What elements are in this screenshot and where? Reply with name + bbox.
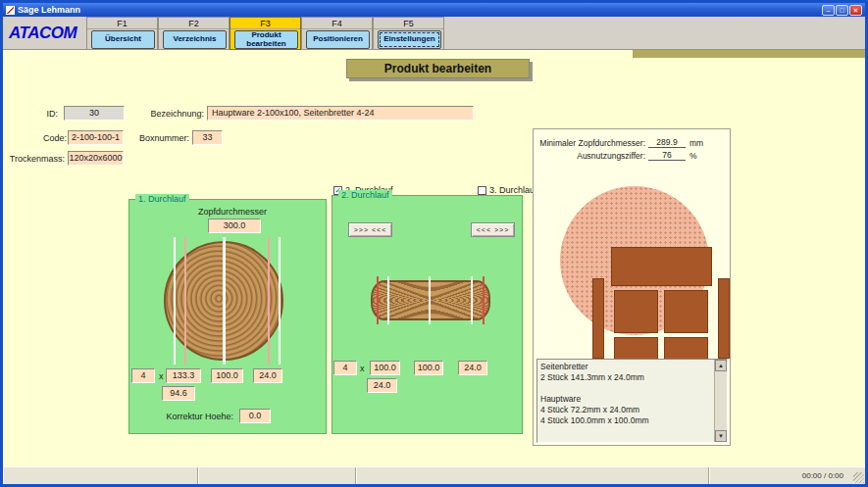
bezeichnung-label: Bezeichnung: [145,109,204,119]
toolbar-cell-f1: F1 Übersicht [86,17,158,50]
pass2-times-label: x [360,364,365,373]
cut-line[interactable] [268,237,270,365]
app-window: Säge Lehmann – □ ✕ ATACOM F1 Übersicht F… [0,0,868,487]
pass1-width3-field[interactable]: 24.0 [253,368,282,383]
ausnutzung-unit: % [689,151,697,161]
korrektur-hoehe-label: Korrektur Hoehe: [149,412,233,421]
checkbox-pass3-box[interactable] [478,186,486,195]
bezeichnung-field[interactable]: Hauptware 2-100x100, Seitenbretter 4-24 [207,106,474,121]
uebersicht-button[interactable]: Übersicht [91,30,155,49]
pass2-width4-field[interactable]: 24.0 [367,378,397,393]
ausnutzung-label: Ausnutzungsziffer: [536,151,645,161]
summary-line: Seitenbretter [540,362,711,372]
cut-pattern-board [611,247,712,286]
status-panel-4: 00:00 / 0:00 [709,467,865,484]
fkey-f1-label: F1 [87,18,157,29]
pass2-count-field[interactable]: 4 [333,361,357,375]
code-field[interactable]: 2-100-100-1 [68,130,124,145]
status-bar: 00:00 / 0:00 [3,466,865,484]
checkbox-pass3[interactable]: 3. Durchlauf [478,185,537,195]
cut-line[interactable] [483,276,485,324]
summary-line: 2 Stück 141.3mm x 24.0mm [540,372,711,383]
code-label: Code: [27,133,67,143]
scrollbar[interactable]: ▲ ▼ [714,360,727,442]
produkt-bearbeiten-button[interactable]: Produkt bearbeiten [234,30,298,49]
pass1-times-label: x [159,371,164,381]
cut-line[interactable] [471,276,473,324]
cut-pattern-beam [664,290,708,333]
shift-left-button[interactable]: >>> <<< [348,222,392,237]
cut-line[interactable] [174,237,176,365]
fkey-f3-label: F3 [230,18,300,29]
korrektur-hoehe-field[interactable]: 0.0 [239,409,271,423]
cut-pattern-side-board [592,278,604,359]
min-zopf-label: Minimaler Zopfdurchmesser: [536,138,645,148]
summary-line: 4 Stück 100.0mm x 100.0mm [540,415,711,426]
verzeichnis-button[interactable]: Verzeichnis [163,30,227,49]
zopfdurchmesser-field[interactable]: 300.0 [208,219,261,233]
cut-pattern-beam [614,290,658,333]
result-panel: Minimaler Zopfdurchmesser: 289.9 mm Ausn… [533,128,731,446]
cut-pattern-side-board [718,278,730,359]
close-icon[interactable]: ✕ [849,5,862,16]
pass1-width1-field[interactable]: 133.3 [166,368,201,383]
toolbar: ATACOM F1 Übersicht F2 Verzeichnis F3 Pr… [3,17,865,50]
pass2-legend: 2. Durchlauf [338,190,392,200]
trockenmass-field[interactable]: 120x20x6000 [68,151,124,166]
yield-summary-text: Seitenbretter 2 Stück 141.3mm x 24.0mm H… [540,362,711,426]
status-panel-2 [198,467,356,484]
min-zopf-value: 289.9 [648,137,686,148]
top-right-strip [633,50,865,58]
app-icon [6,6,15,15]
scroll-up-icon[interactable]: ▲ [715,360,727,371]
pass2-width2-field[interactable]: 100.0 [414,361,443,375]
minimize-icon[interactable]: – [822,5,835,16]
einstellungen-button[interactable]: Einstellungen [378,30,441,49]
id-field[interactable]: 30 [64,106,125,121]
scroll-down-icon[interactable]: ▼ [715,430,727,442]
atacom-logo: ATACOM [9,22,87,45]
maximize-icon[interactable]: □ [836,5,848,16]
zopfdurchmesser-label: Zopfdurchmesser [169,207,296,217]
trockenmass-label: Trockenmass: [6,154,65,164]
window-title: Säge Lehmann [18,3,822,17]
yield-summary-box[interactable]: Seitenbretter 2 Stück 141.3mm x 24.0mm H… [536,359,728,443]
pass1-count-field[interactable]: 4 [131,368,155,383]
toolbar-cell-f2: F2 Verzeichnis [158,17,230,50]
cut-line[interactable] [279,237,281,365]
cut-line[interactable] [223,237,226,365]
cut-line[interactable] [387,276,389,324]
checkbox-pass3-label: 3. Durchlauf [489,185,537,195]
pass2-width3-field[interactable]: 24.0 [458,361,487,375]
summary-line [540,383,711,394]
pass1-width4-field[interactable]: 94.6 [162,386,195,401]
ausnutzung-value: 76 [648,150,686,161]
cut-line[interactable] [429,276,431,324]
pass2-groupbox: 2. Durchlauf >>> <<< <<< >>> 4 x 100.0 1… [332,195,523,434]
title-bar[interactable]: Säge Lehmann – □ ✕ [3,3,865,17]
status-time: 00:00 / 0:00 [802,471,843,480]
fkey-f2-label: F2 [159,18,229,29]
pass1-groupbox: 1. Durchlauf Zopfdurchmesser 300.0 4 x 1… [128,199,327,434]
shift-right-button[interactable]: <<< >>> [471,222,515,237]
toolbar-cell-f5: F5 Einstellungen [373,17,444,50]
fkey-f4-label: F4 [302,18,372,29]
id-label: ID: [21,109,58,119]
summary-line: Hauptware [540,394,711,405]
cut-pattern-diagram [560,186,709,335]
cut-line[interactable] [377,276,379,324]
summary-line: 4 Stück 72.2mm x 24.0mm [540,405,711,415]
toolbar-cell-f3-active: F3 Produkt bearbeiten [230,17,301,50]
boxnummer-label: Boxnummer: [138,133,189,143]
positionieren-button[interactable]: Positionieren [306,30,370,49]
resize-grip[interactable] [853,472,864,483]
pass2-width1-field[interactable]: 100.0 [370,361,400,375]
status-panel-3 [356,467,709,484]
pass1-legend: 1. Durchlauf [135,194,189,204]
main-area: Produkt bearbeiten ID: 30 Bezeichnung: H… [3,50,865,466]
pass1-width2-field[interactable]: 100.0 [211,368,243,383]
toolbar-cell-f4: F4 Positionieren [301,17,373,50]
cut-line[interactable] [184,237,186,365]
min-zopf-unit: mm [689,138,703,148]
boxnummer-field[interactable]: 33 [192,130,223,145]
